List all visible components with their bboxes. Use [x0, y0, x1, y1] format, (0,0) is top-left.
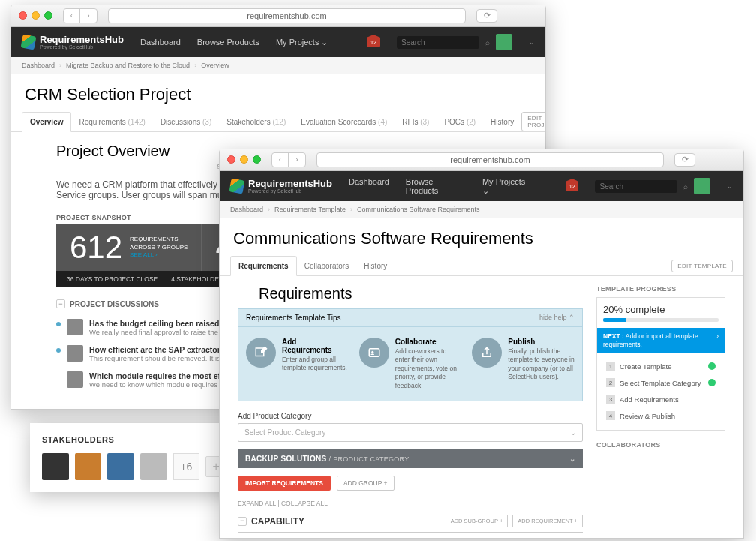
tip-desc: Finally, publish the template to everyon… [508, 347, 574, 382]
step-label: Review & Publish [620, 412, 675, 420]
step-number: 4 [606, 411, 615, 420]
hide-help-link[interactable]: hide help ⌃ [539, 314, 574, 322]
next-label: NEXT : [603, 332, 624, 340]
nav-browse[interactable]: Browse Products [406, 177, 466, 196]
browser-nav-buttons: ‹ › [272, 152, 306, 167]
refresh-icon[interactable]: ⟳ [674, 153, 695, 167]
category-name: BACKUP SOLUTIONS [245, 455, 327, 463]
app-topbar: RequirementsHub Powered by SelectHub Das… [11, 27, 545, 57]
category-placeholder: Select Product Category [244, 428, 326, 437]
maximize-icon[interactable] [253, 155, 261, 164]
back-icon[interactable]: ‹ [272, 153, 289, 167]
avatar[interactable] [107, 453, 134, 480]
tab-overview[interactable]: Overview [22, 112, 71, 132]
progress-step[interactable]: 4Review & Publish [603, 407, 718, 424]
brand-subtitle: Powered by SelectHub [40, 44, 124, 50]
tab-rfis[interactable]: RFIs (3) [394, 113, 436, 131]
more-stakeholders-button[interactable]: +6 [173, 453, 200, 480]
collapse-icon[interactable]: − [56, 299, 65, 308]
breadcrumb-item: Overview [201, 62, 230, 69]
progress-bar [603, 318, 718, 322]
add-group-button[interactable]: ADD GROUP + [337, 476, 394, 491]
brand-logo-block[interactable]: RequirementsHub Powered by SelectHub [230, 179, 332, 194]
import-requirements-button[interactable]: IMPORT REQUIREMENTS [238, 476, 331, 491]
search-input[interactable] [599, 182, 683, 191]
project-tabs: Overview Requirements (142) Discussions … [11, 112, 545, 132]
notifications-icon[interactable]: 12 [566, 181, 579, 191]
add-requirement-button[interactable]: ADD REQUIREMENT + [512, 515, 583, 527]
next-step-banner[interactable]: NEXT : Add or import all template requir… [597, 328, 724, 353]
nav-browse[interactable]: Browse Products [197, 38, 260, 47]
avatar[interactable] [140, 453, 167, 480]
tab-scorecards[interactable]: Evaluation Scorecards (4) [293, 113, 394, 131]
stakeholders-title: STAKEHOLDERS [42, 435, 226, 444]
forward-icon[interactable]: › [80, 9, 97, 23]
breadcrumb-item[interactable]: Dashboard [230, 206, 263, 213]
notifications-icon[interactable]: 12 [367, 37, 380, 47]
avatar [67, 345, 83, 362]
edit-template-button[interactable]: EDIT TEMPLATE [671, 260, 733, 272]
url-bar[interactable]: requirementshub.com [108, 8, 466, 23]
edit-icon [246, 338, 276, 368]
nav-dashboard[interactable]: Dashboard [349, 177, 389, 196]
category-label: Add Product Category [238, 412, 583, 420]
svg-point-2 [371, 351, 374, 353]
user-avatar[interactable] [694, 178, 710, 194]
close-icon[interactable] [19, 11, 27, 20]
progress-value: 20% complete [603, 304, 718, 315]
tab-pocs[interactable]: POCs (2) [436, 113, 483, 131]
req-sub: ACROSS 7 GROUPS [130, 244, 188, 251]
category-select[interactable]: Select Product Category ⌄ [238, 423, 583, 442]
collaborators-label: COLLABORATORS [596, 441, 725, 449]
progress-step[interactable]: 3Add Requirements [603, 391, 718, 407]
add-sub-group-button[interactable]: ADD SUB-GROUP + [446, 515, 508, 527]
chevron-down-icon[interactable]: ⌄ [529, 38, 535, 46]
tab-requirements[interactable]: Requirements [230, 256, 297, 276]
tips-title: Requirements Template Tips [246, 314, 341, 322]
browser-nav-buttons: ‹ › [63, 8, 98, 23]
edit-project-button[interactable]: EDIT PROJECT [521, 112, 546, 131]
app-topbar: RequirementsHub Powered by SelectHub Das… [220, 171, 743, 201]
nav-dashboard[interactable]: Dashboard [140, 38, 181, 47]
progress-step[interactable]: 1Create Template [603, 358, 718, 374]
search-box[interactable]: ⌕ [595, 180, 677, 193]
progress-step[interactable]: 2Select Template Category [603, 374, 718, 391]
search-box[interactable]: ⌕ [397, 36, 479, 49]
tab-collaborators[interactable]: Collaborators [297, 257, 356, 275]
users-icon [359, 338, 389, 368]
refresh-icon[interactable]: ⟳ [476, 9, 497, 23]
minimize-icon[interactable] [32, 11, 40, 20]
tab-stakeholders[interactable]: Stakeholders (12) [219, 113, 293, 131]
tip-title: Add Requirements [282, 338, 349, 354]
avatar[interactable] [42, 453, 69, 480]
chevron-down-icon[interactable]: ⌄ [727, 182, 733, 190]
forward-icon[interactable]: › [289, 153, 305, 167]
check-icon [708, 362, 716, 370]
avatar[interactable] [75, 453, 102, 480]
tab-history[interactable]: History [483, 113, 521, 131]
minimize-icon[interactable] [240, 155, 248, 164]
close-icon[interactable] [227, 155, 236, 164]
tab-discussions[interactable]: Discussions (3) [153, 113, 219, 131]
tab-requirements[interactable]: Requirements (142) [71, 113, 152, 131]
category-bar[interactable]: BACKUP SOLUTIONS / PRODUCT CATEGORY ⌄ [238, 449, 583, 468]
back-icon[interactable]: ‹ [64, 9, 80, 23]
search-input[interactable] [401, 38, 485, 47]
expand-collapse[interactable]: EXPAND ALL | COLLAPSE ALL [238, 500, 583, 507]
brand-name: RequirementsHub [40, 35, 124, 44]
maximize-icon[interactable] [44, 11, 52, 20]
breadcrumb-item[interactable]: Requirements Template [274, 206, 346, 213]
chevron-down-icon: ⌄ [570, 428, 576, 437]
url-bar[interactable]: requirementshub.com [316, 152, 664, 167]
breadcrumb-item[interactable]: Dashboard [22, 62, 55, 69]
breadcrumb-item[interactable]: Migrate Backup and Restore to the Cloud [66, 62, 190, 69]
user-avatar[interactable] [496, 34, 512, 50]
brand-logo-block[interactable]: RequirementsHub Powered by SelectHub [22, 35, 124, 50]
unread-dot-icon [56, 322, 61, 326]
tab-history[interactable]: History [356, 257, 394, 275]
nav-my-projects[interactable]: My Projects ⌄ [482, 177, 532, 196]
nav-my-projects[interactable]: My Projects ⌄ [276, 38, 328, 47]
avatar [67, 371, 83, 388]
see-all-link[interactable]: SEE ALL › [130, 251, 158, 258]
collapse-icon[interactable]: − [238, 517, 247, 526]
